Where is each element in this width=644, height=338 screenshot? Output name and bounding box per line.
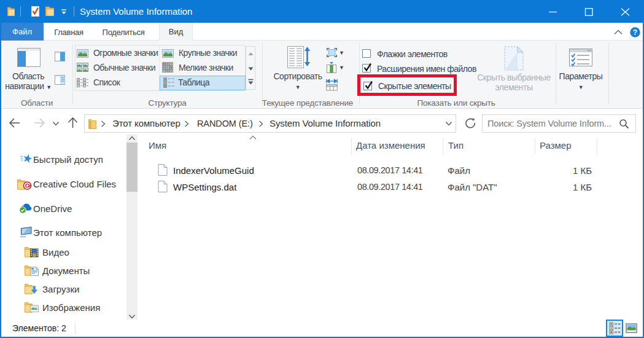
svg-text:?: ? (633, 28, 637, 37)
